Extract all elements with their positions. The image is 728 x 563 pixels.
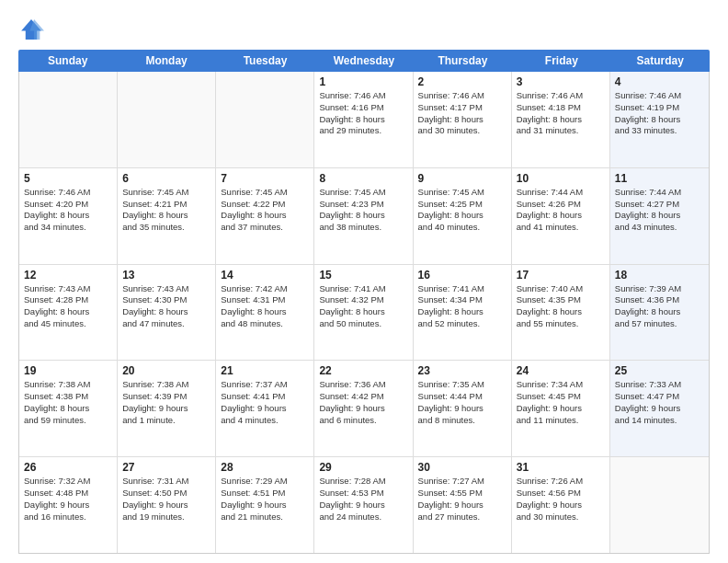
cal-cell	[216, 72, 314, 167]
day-number: 12	[24, 269, 112, 282]
calendar-body: 1Sunrise: 7:46 AM Sunset: 4:16 PM Daylig…	[18, 72, 710, 554]
cal-cell: 25Sunrise: 7:33 AM Sunset: 4:47 PM Dayli…	[610, 361, 709, 456]
cal-cell: 24Sunrise: 7:34 AM Sunset: 4:45 PM Dayli…	[512, 361, 610, 456]
day-number: 18	[615, 269, 704, 282]
cal-cell: 10Sunrise: 7:44 AM Sunset: 4:26 PM Dayli…	[512, 168, 610, 264]
cal-cell: 7Sunrise: 7:45 AM Sunset: 4:22 PM Daylig…	[216, 168, 314, 264]
cell-text: Sunrise: 7:39 AM Sunset: 4:36 PM Dayligh…	[615, 283, 704, 330]
day-number: 15	[319, 269, 407, 282]
cal-cell: 4Sunrise: 7:46 AM Sunset: 4:19 PM Daylig…	[610, 72, 709, 167]
day-number: 31	[517, 461, 605, 474]
cal-cell	[118, 72, 216, 167]
cal-cell: 23Sunrise: 7:35 AM Sunset: 4:44 PM Dayli…	[414, 361, 512, 456]
day-number: 24	[517, 364, 605, 377]
day-number: 29	[319, 461, 407, 474]
cal-cell	[19, 72, 118, 167]
cal-cell: 11Sunrise: 7:44 AM Sunset: 4:27 PM Dayli…	[610, 168, 709, 264]
logo-icon	[18, 17, 44, 42]
header-cell-sunday: Sunday	[18, 50, 117, 72]
cal-cell: 8Sunrise: 7:45 AM Sunset: 4:23 PM Daylig…	[314, 168, 413, 264]
calendar-header: SundayMondayTuesdayWednesdayThursdayFrid…	[18, 50, 710, 72]
logo	[18, 17, 48, 42]
day-number: 21	[221, 364, 309, 377]
day-number: 11	[615, 172, 704, 185]
cell-text: Sunrise: 7:29 AM Sunset: 4:51 PM Dayligh…	[221, 476, 309, 523]
cal-cell: 29Sunrise: 7:28 AM Sunset: 4:53 PM Dayli…	[314, 457, 413, 553]
cal-cell: 28Sunrise: 7:29 AM Sunset: 4:51 PM Dayli…	[216, 457, 314, 553]
cal-cell: 18Sunrise: 7:39 AM Sunset: 4:36 PM Dayli…	[610, 265, 709, 361]
day-number: 17	[517, 269, 605, 282]
cal-cell: 30Sunrise: 7:27 AM Sunset: 4:55 PM Dayli…	[414, 457, 512, 553]
header-cell-wednesday: Wednesday	[314, 50, 413, 72]
cell-text: Sunrise: 7:34 AM Sunset: 4:45 PM Dayligh…	[517, 379, 605, 426]
cal-cell: 1Sunrise: 7:46 AM Sunset: 4:16 PM Daylig…	[314, 72, 413, 167]
cal-cell: 14Sunrise: 7:42 AM Sunset: 4:31 PM Dayli…	[216, 265, 314, 361]
header-cell-thursday: Thursday	[414, 50, 512, 72]
cell-text: Sunrise: 7:46 AM Sunset: 4:18 PM Dayligh…	[517, 90, 605, 137]
cal-cell: 17Sunrise: 7:40 AM Sunset: 4:35 PM Dayli…	[512, 265, 610, 361]
cell-text: Sunrise: 7:31 AM Sunset: 4:50 PM Dayligh…	[122, 476, 210, 523]
header-cell-friday: Friday	[512, 50, 610, 72]
cal-cell: 15Sunrise: 7:41 AM Sunset: 4:32 PM Dayli…	[314, 265, 413, 361]
header-cell-saturday: Saturday	[611, 50, 710, 72]
header-cell-tuesday: Tuesday	[216, 50, 314, 72]
week-row-4: 19Sunrise: 7:38 AM Sunset: 4:38 PM Dayli…	[19, 361, 709, 457]
day-number: 26	[24, 461, 112, 474]
cal-cell	[610, 457, 709, 553]
week-row-1: 1Sunrise: 7:46 AM Sunset: 4:16 PM Daylig…	[19, 72, 709, 168]
cal-cell: 6Sunrise: 7:45 AM Sunset: 4:21 PM Daylig…	[118, 168, 216, 264]
cell-text: Sunrise: 7:44 AM Sunset: 4:27 PM Dayligh…	[615, 187, 704, 234]
cal-cell: 22Sunrise: 7:36 AM Sunset: 4:42 PM Dayli…	[314, 361, 413, 456]
cell-text: Sunrise: 7:41 AM Sunset: 4:32 PM Dayligh…	[319, 283, 407, 330]
cell-text: Sunrise: 7:46 AM Sunset: 4:19 PM Dayligh…	[615, 90, 704, 137]
cell-text: Sunrise: 7:26 AM Sunset: 4:56 PM Dayligh…	[517, 476, 605, 523]
day-number: 5	[24, 172, 112, 185]
day-number: 10	[517, 172, 605, 185]
day-number: 13	[122, 269, 210, 282]
cal-cell: 19Sunrise: 7:38 AM Sunset: 4:38 PM Dayli…	[19, 361, 118, 456]
header-cell-monday: Monday	[117, 50, 215, 72]
cell-text: Sunrise: 7:45 AM Sunset: 4:25 PM Dayligh…	[418, 187, 506, 234]
cell-text: Sunrise: 7:45 AM Sunset: 4:21 PM Dayligh…	[122, 187, 210, 234]
calendar: SundayMondayTuesdayWednesdayThursdayFrid…	[18, 50, 710, 554]
day-number: 19	[24, 364, 112, 377]
cell-text: Sunrise: 7:42 AM Sunset: 4:31 PM Dayligh…	[221, 283, 309, 330]
cell-text: Sunrise: 7:44 AM Sunset: 4:26 PM Dayligh…	[517, 187, 605, 234]
cell-text: Sunrise: 7:38 AM Sunset: 4:39 PM Dayligh…	[122, 379, 210, 426]
cal-cell: 31Sunrise: 7:26 AM Sunset: 4:56 PM Dayli…	[512, 457, 610, 553]
cal-cell: 26Sunrise: 7:32 AM Sunset: 4:48 PM Dayli…	[19, 457, 118, 553]
cal-cell: 27Sunrise: 7:31 AM Sunset: 4:50 PM Dayli…	[118, 457, 216, 553]
day-number: 9	[418, 172, 506, 185]
cell-text: Sunrise: 7:28 AM Sunset: 4:53 PM Dayligh…	[319, 476, 407, 523]
cell-text: Sunrise: 7:46 AM Sunset: 4:16 PM Dayligh…	[319, 90, 407, 137]
cal-cell: 16Sunrise: 7:41 AM Sunset: 4:34 PM Dayli…	[414, 265, 512, 361]
day-number: 14	[221, 269, 309, 282]
day-number: 8	[319, 172, 407, 185]
day-number: 3	[517, 75, 605, 88]
day-number: 16	[418, 269, 506, 282]
cell-text: Sunrise: 7:46 AM Sunset: 4:17 PM Dayligh…	[418, 90, 506, 137]
cell-text: Sunrise: 7:27 AM Sunset: 4:55 PM Dayligh…	[418, 476, 506, 523]
cal-cell: 5Sunrise: 7:46 AM Sunset: 4:20 PM Daylig…	[19, 168, 118, 264]
week-row-2: 5Sunrise: 7:46 AM Sunset: 4:20 PM Daylig…	[19, 168, 709, 265]
cell-text: Sunrise: 7:35 AM Sunset: 4:44 PM Dayligh…	[418, 379, 506, 426]
cell-text: Sunrise: 7:41 AM Sunset: 4:34 PM Dayligh…	[418, 283, 506, 330]
day-number: 30	[418, 461, 506, 474]
cal-cell: 3Sunrise: 7:46 AM Sunset: 4:18 PM Daylig…	[512, 72, 610, 167]
cell-text: Sunrise: 7:32 AM Sunset: 4:48 PM Dayligh…	[24, 476, 112, 523]
cell-text: Sunrise: 7:45 AM Sunset: 4:22 PM Dayligh…	[221, 187, 309, 234]
day-number: 23	[418, 364, 506, 377]
cell-text: Sunrise: 7:45 AM Sunset: 4:23 PM Dayligh…	[319, 187, 407, 234]
cell-text: Sunrise: 7:33 AM Sunset: 4:47 PM Dayligh…	[615, 379, 704, 426]
cal-cell: 9Sunrise: 7:45 AM Sunset: 4:25 PM Daylig…	[414, 168, 512, 264]
cell-text: Sunrise: 7:43 AM Sunset: 4:30 PM Dayligh…	[122, 283, 210, 330]
day-number: 25	[615, 364, 704, 377]
cell-text: Sunrise: 7:38 AM Sunset: 4:38 PM Dayligh…	[24, 379, 112, 426]
day-number: 6	[122, 172, 210, 185]
day-number: 7	[221, 172, 309, 185]
day-number: 2	[418, 75, 506, 88]
week-row-3: 12Sunrise: 7:43 AM Sunset: 4:28 PM Dayli…	[19, 265, 709, 362]
cell-text: Sunrise: 7:40 AM Sunset: 4:35 PM Dayligh…	[517, 283, 605, 330]
header	[18, 17, 710, 42]
cal-cell: 2Sunrise: 7:46 AM Sunset: 4:17 PM Daylig…	[414, 72, 512, 167]
